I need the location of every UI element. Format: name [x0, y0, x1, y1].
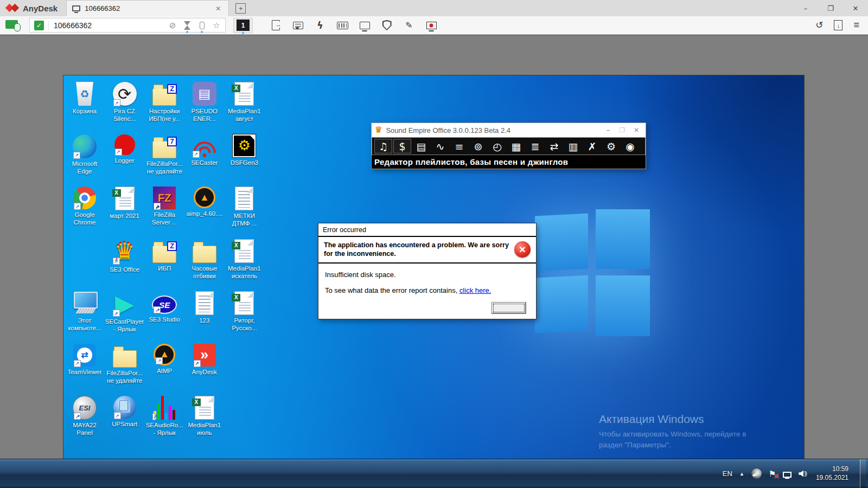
close-button[interactable]: ✕: [843, 0, 868, 16]
desktop-icon-label: AnyDesk: [183, 368, 226, 376]
grid-planner-icon[interactable]: ▦: [507, 139, 525, 153]
desktop-icon[interactable]: ZИБП: [143, 239, 186, 272]
textdoc-icon: [195, 291, 214, 315]
playlist-editor-icon[interactable]: ♫: [374, 139, 392, 153]
actions-icon[interactable]: ϟ: [314, 19, 327, 32]
import-export-icon[interactable]: ⇄: [545, 139, 563, 153]
session-wait-icon[interactable]: [183, 21, 192, 30]
desktop-icon[interactable]: ↗SECaster: [183, 134, 226, 166]
shortcut-arrow-icon: ↗: [193, 151, 200, 158]
screen-privacy-icon[interactable]: ⊘: [168, 21, 177, 30]
close-button[interactable]: ✕: [630, 126, 642, 134]
desktop-icon[interactable]: ESI↗MAYA22 Panel: [63, 396, 106, 437]
record-session-icon[interactable]: [425, 19, 438, 32]
tray-expand-icon[interactable]: ▲: [739, 471, 744, 477]
scheduler-icon[interactable]: ◴: [488, 139, 506, 153]
billing-icon[interactable]: $: [393, 139, 411, 153]
settings-gear-icon[interactable]: ⚙: [602, 139, 620, 153]
action-center-flag-icon[interactable]: ⚑ ✕: [769, 469, 776, 479]
session-tab[interactable]: 106666362 ✕: [66, 0, 229, 16]
new-session-button[interactable]: +: [235, 3, 246, 14]
tab-close-icon[interactable]: ✕: [213, 4, 223, 14]
desktop-icon[interactable]: XMediaPlan1 август: [223, 82, 265, 123]
desktop-icon[interactable]: ▲↗AIMP: [143, 344, 186, 375]
permissions-icon[interactable]: [380, 19, 393, 32]
desktop-icon-label: МЕТКИ ДТМФ ...: [223, 212, 265, 228]
desktop-icon[interactable]: ▤PSEUDO ENER...: [183, 82, 226, 123]
display-settings-icon[interactable]: [358, 19, 371, 32]
waveform-icon[interactable]: ∿: [431, 139, 449, 153]
desktop-icon[interactable]: ⟳↗Pira CZ Silenc...: [104, 82, 146, 123]
desktop-icon[interactable]: Часовые отбивки: [183, 239, 226, 280]
desktop-icon-label: ИБП: [143, 265, 186, 272]
menu-icon[interactable]: ≡: [853, 20, 859, 31]
keyboard-settings-icon[interactable]: [336, 19, 349, 32]
desktop-icon[interactable]: ↗Logger: [104, 134, 146, 164]
chrome-icon: ↗: [73, 187, 96, 209]
desktop-icon[interactable]: FZ↗FileZilla Server ...: [143, 187, 186, 227]
desktop-icon[interactable]: ♛↗SE3 Office: [104, 239, 146, 273]
desktop-icon[interactable]: ▲aimp_4.60....: [183, 187, 226, 217]
desktop-icon[interactable]: XРиторг, Русско...: [223, 291, 265, 332]
tray-app-icon[interactable]: [751, 468, 762, 479]
chat-icon[interactable]: [291, 19, 304, 32]
desktop-icon[interactable]: Этот компьюте...: [63, 291, 106, 332]
desktop-icon[interactable]: ↗Google Chrome: [63, 187, 106, 227]
watermark-title: Активация Windows: [599, 413, 746, 426]
sound-empire-title-bar[interactable]: ♛ Sound Empire Office 3.0.0.123 Beta 2.4…: [372, 123, 646, 137]
favorite-star-icon[interactable]: ☆: [212, 21, 221, 30]
broadcast-icon[interactable]: ⊚: [469, 139, 487, 153]
history-icon[interactable]: ↺: [815, 20, 823, 31]
desktop-icon[interactable]: ▶↗SECastPlayer - Ярлык: [104, 291, 146, 333]
log-book-icon[interactable]: ≣: [526, 139, 544, 153]
whiteboard-icon[interactable]: ✎: [403, 19, 416, 32]
desktop-icon[interactable]: »↗AnyDesk: [183, 344, 226, 376]
desktop-icon[interactable]: 123: [183, 291, 226, 324]
desktop-icon-label: UPSmart: [104, 420, 146, 428]
restore-button[interactable]: ❐: [818, 0, 843, 16]
download-icon[interactable]: ↓: [834, 20, 843, 30]
desktop-icon[interactable]: XMediaPlan1 июль: [183, 396, 226, 437]
maximize-button[interactable]: ❒: [616, 126, 628, 134]
desktop-icon-label: aimp_4.60....: [183, 210, 226, 217]
minimize-button[interactable]: –: [793, 0, 818, 16]
volume-icon[interactable]: [799, 471, 807, 477]
file-transfer-icon[interactable]: [269, 19, 282, 32]
watermark-line2: Чтобы активировать Windows, перейдите в: [599, 430, 746, 438]
minimize-button[interactable]: –: [602, 126, 614, 134]
remote-desktop[interactable]: ♻Корзина⟳↗Pira CZ Silenc...ZНастройки ИБ…: [63, 75, 805, 488]
desktop-icon[interactable]: FileZillaPor... не удаляйте: [104, 344, 146, 385]
tools-icon[interactable]: ✗: [583, 139, 601, 153]
desktop-icon[interactable]: ♻Корзина: [63, 82, 106, 115]
screen: AnyDesk 106666362 ✕ + –❐✕ ✓ 106666362 ⊘☆…: [0, 0, 868, 488]
desktop-icon[interactable]: Xмарт 2021: [104, 187, 146, 220]
desktop-icon[interactable]: XMediaPlan1 искатель: [223, 239, 265, 280]
view-eye-icon[interactable]: ◉: [621, 139, 639, 153]
language-indicator[interactable]: EN: [723, 470, 732, 478]
address-bar[interactable]: ✓ 106666362 ⊘☆: [29, 18, 226, 33]
monitor-1-button[interactable]: 1: [233, 18, 253, 33]
desktop-icon[interactable]: МЕТКИ ДТМФ ...: [223, 187, 265, 228]
desktop-icon[interactable]: 7FileZillaPor... не удаляйте: [143, 134, 186, 176]
shortcut-arrow-icon: ↗: [113, 258, 120, 265]
esi-icon: ESI↗: [73, 396, 97, 420]
desktop-icon[interactable]: ZНастройки ИБП(не у...: [143, 82, 186, 123]
monitor-icon: [72, 5, 80, 11]
clock[interactable]: 10:59 19.05.2021: [816, 465, 848, 482]
desktop-icon[interactable]: ↗UPSmart: [104, 396, 146, 428]
desktop-icon[interactable]: ⚙DSFGen3: [223, 134, 265, 166]
desktop-icon-label: Этот компьюте...: [63, 317, 106, 332]
desktop-icon[interactable]: ⇄↗TeamViewer: [63, 344, 106, 376]
desktop-icon[interactable]: ↗Microsoft Edge: [63, 134, 106, 176]
documents-icon[interactable]: ▤: [412, 139, 430, 153]
show-desktop-button[interactable]: [860, 459, 866, 488]
database-icon[interactable]: ▥: [564, 139, 582, 153]
desktop-icon[interactable]: ↗SEAudioRo... - Ярлык: [143, 396, 186, 437]
playlist-list-icon[interactable]: ≡: [450, 139, 468, 153]
clipboard-sync-icon[interactable]: [197, 21, 206, 30]
click-here-link[interactable]: click here.: [459, 286, 492, 294]
ok-button[interactable]: [492, 302, 526, 314]
network-icon[interactable]: [783, 472, 792, 478]
desktop-icon[interactable]: SE↗SE3 Studio: [143, 291, 186, 323]
recycle-icon: ♻: [75, 82, 94, 106]
